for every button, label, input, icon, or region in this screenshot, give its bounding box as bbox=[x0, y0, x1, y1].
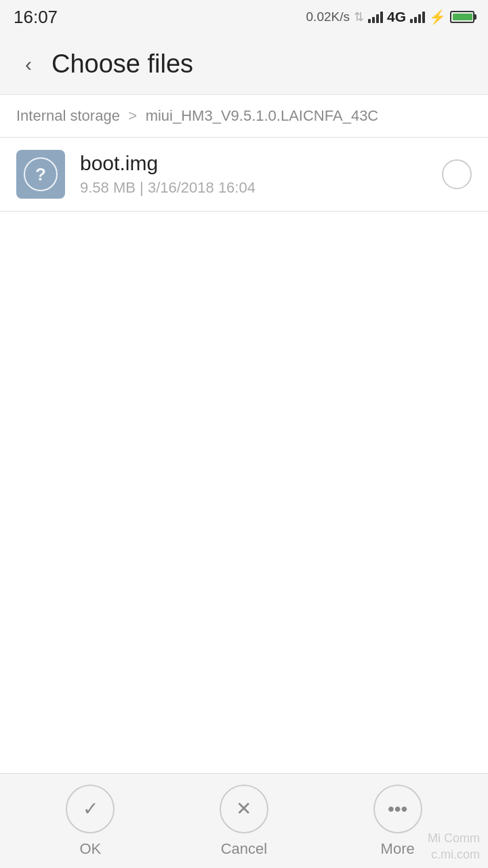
watermark-line2: c.mi.com bbox=[428, 847, 480, 863]
status-bar: 16:07 0.02K/s ⇅ 4G ⚡ bbox=[0, 0, 488, 34]
more-label: More bbox=[381, 840, 415, 858]
file-info: boot.img 9.58 MB | 3/16/2018 16:04 bbox=[80, 152, 442, 197]
cancel-button[interactable]: ✕ Cancel bbox=[220, 785, 268, 858]
file-date: 3/16/2018 16:04 bbox=[148, 179, 256, 196]
more-circle: ••• bbox=[373, 785, 422, 833]
ok-label: OK bbox=[79, 840, 101, 858]
signal-icon-2 bbox=[410, 11, 425, 23]
cancel-label: Cancel bbox=[221, 840, 267, 858]
list-item[interactable]: ? boot.img 9.58 MB | 3/16/2018 16:04 bbox=[0, 138, 488, 212]
ok-circle: ✓ bbox=[66, 785, 115, 833]
bottom-bar: ✓ OK ✕ Cancel ••• More bbox=[0, 773, 488, 868]
back-button[interactable]: ‹ bbox=[14, 50, 43, 79]
file-size: 9.58 MB bbox=[80, 179, 136, 196]
file-name: boot.img bbox=[80, 152, 442, 175]
data-arrows-icon: ⇅ bbox=[354, 9, 364, 24]
file-question-icon: ? bbox=[24, 157, 58, 191]
breadcrumb-current[interactable]: miui_HM3_V9.5.1.0.LAICNFA_43C bbox=[146, 107, 379, 124]
breadcrumb-separator: > bbox=[128, 107, 137, 124]
ellipsis-icon: ••• bbox=[388, 798, 407, 820]
status-time: 16:07 bbox=[14, 7, 58, 28]
page-title: Choose files bbox=[52, 50, 193, 79]
checkmark-icon: ✓ bbox=[83, 797, 98, 820]
watermark-line1: Mi Comm bbox=[428, 831, 480, 846]
ok-button[interactable]: ✓ OK bbox=[66, 785, 115, 858]
file-select-radio[interactable] bbox=[442, 159, 472, 189]
breadcrumb-root[interactable]: Internal storage bbox=[16, 107, 120, 124]
file-list: ? boot.img 9.58 MB | 3/16/2018 16:04 bbox=[0, 138, 488, 212]
breadcrumb: Internal storage > miui_HM3_V9.5.1.0.LAI… bbox=[0, 95, 488, 138]
app-header: ‹ Choose files bbox=[0, 34, 488, 95]
empty-area bbox=[0, 212, 488, 686]
file-meta: 9.58 MB | 3/16/2018 16:04 bbox=[80, 179, 442, 197]
back-arrow-icon: ‹ bbox=[25, 53, 32, 76]
charging-icon: ⚡ bbox=[429, 9, 446, 25]
more-button[interactable]: ••• More bbox=[373, 785, 422, 858]
signal-icon-1 bbox=[368, 11, 383, 23]
file-type-icon: ? bbox=[16, 150, 65, 199]
watermark: Mi Comm c.mi.com bbox=[428, 831, 480, 863]
battery-icon bbox=[450, 11, 474, 23]
close-icon: ✕ bbox=[236, 797, 251, 820]
cancel-circle: ✕ bbox=[220, 785, 268, 833]
status-icons: 0.02K/s ⇅ 4G ⚡ bbox=[306, 9, 474, 25]
network-speed: 0.02K/s bbox=[306, 9, 350, 24]
file-meta-separator: | bbox=[140, 179, 148, 196]
network-type: 4G bbox=[387, 9, 406, 25]
